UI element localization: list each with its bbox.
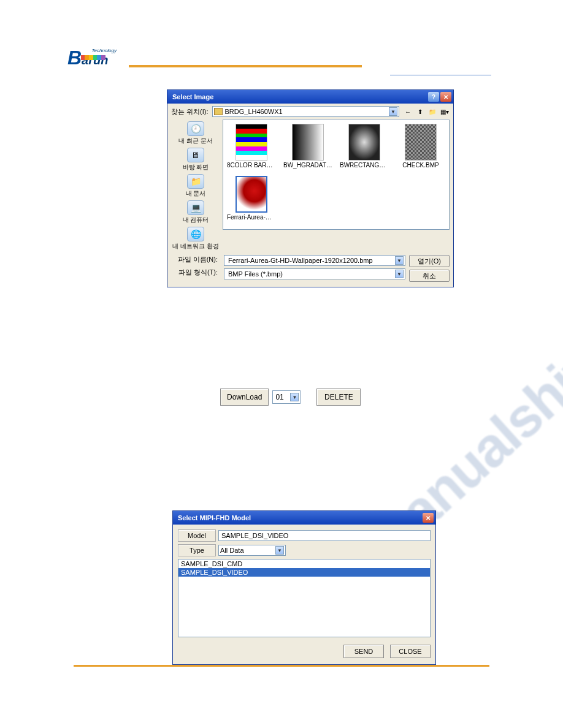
recent-documents-icon: 🕘 <box>187 121 204 136</box>
header-blue-line <box>390 75 491 75</box>
folder-combo[interactable]: BRDG_LH460WX1 ▼ <box>212 106 400 117</box>
close-button[interactable]: ✕ <box>423 513 434 523</box>
model-input[interactable]: SAMPLE_DSI_VIDEO <box>218 530 431 541</box>
file-item-ferrari[interactable]: Ferrari-Aurea-Gt-H... <box>227 176 276 221</box>
back-icon[interactable]: ← <box>403 107 413 116</box>
footer-orange-bar <box>74 665 489 667</box>
dialog1-body: 찾는 위치(I): BRDG_LH460WX1 ▼ ← ⬆ 📁 ▦▾ 🕘 내 최… <box>167 104 453 287</box>
file-name: BWRECTANGULAR GRADATION.BMP <box>340 162 389 169</box>
new-folder-icon[interactable]: 📁 <box>427 107 437 116</box>
file-item-hgrad[interactable]: BW_HGRADATION... <box>283 124 332 169</box>
dialog1-title: Select Image <box>172 93 427 100</box>
barun-logo: Technology Barun <box>67 48 117 72</box>
type-row: Type All Data ▼ <box>178 544 431 556</box>
file-thumb <box>236 124 267 161</box>
chevron-down-icon[interactable]: ▼ <box>395 270 404 278</box>
select-model-dialog: Select MIPI-FHD Model ✕ Model SAMPLE_DSI… <box>172 510 436 665</box>
look-in-label: 찾는 위치(I): <box>171 107 209 116</box>
chevron-down-icon[interactable]: ▼ <box>290 393 299 401</box>
sidebar-item-network[interactable]: 🌐 내 네트워크 환경 <box>172 226 220 251</box>
sidebar-item-desktop[interactable]: 🖥 바탕 화면 <box>182 147 210 172</box>
folder-name: BRDG_LH460WX1 <box>225 108 387 115</box>
file-item-rectgrad[interactable]: BWRECTANGULAR GRADATION.BMP <box>340 124 389 169</box>
chevron-down-icon[interactable]: ▼ <box>389 107 397 116</box>
network-places-icon: 🌐 <box>187 227 204 241</box>
sidebar-label-documents: 내 문서 <box>186 189 206 198</box>
file-thumb <box>292 124 324 161</box>
desktop-icon: 🖥 <box>187 148 204 162</box>
folder-icon <box>214 108 223 115</box>
model-listbox[interactable]: SAMPLE_DSI_CMD SAMPLE_DSI_VIDEO <box>178 559 431 637</box>
list-item[interactable]: SAMPLE_DSI_CMD <box>178 559 430 568</box>
sidebar-label-recent: 내 최근 문서 <box>178 137 213 145</box>
model-value: SAMPLE_DSI_VIDEO <box>221 532 288 539</box>
logo-b-letter: B <box>67 47 82 69</box>
view-menu-icon[interactable]: ▦▾ <box>440 107 450 116</box>
dialog2-title: Select MIPI-FHD Model <box>178 514 421 521</box>
file-thumb <box>405 124 437 161</box>
chevron-down-icon[interactable]: ▼ <box>275 546 284 555</box>
file-item-check[interactable]: CHECK.BMP <box>396 124 445 169</box>
select-image-dialog: Select Image ? ✕ 찾는 위치(I): BRDG_LH460WX1… <box>167 89 454 287</box>
type-label: Type <box>178 544 216 556</box>
dialog1-bottom: 파일 이름(N): 파일 형식(T): Ferrari-Aurea-Gt-HD-… <box>171 255 450 282</box>
look-in-row: 찾는 위치(I): BRDG_LH460WX1 ▼ ← ⬆ 📁 ▦▾ <box>171 106 450 117</box>
download-button[interactable]: DownLoad <box>220 389 269 406</box>
sidebar-item-computer[interactable]: 💻 내 컴퓨터 <box>182 200 210 225</box>
dialog1-titlebar[interactable]: Select Image ? ✕ <box>167 90 453 104</box>
file-name: 8COLOR BAR_H.BMP <box>227 162 276 169</box>
download-toolbar: DownLoad 01 ▼ DELETE <box>220 389 361 406</box>
chevron-down-icon[interactable]: ▼ <box>395 256 404 265</box>
places-sidebar: 🕘 내 최근 문서 🖥 바탕 화면 📁 내 문서 💻 내 컴퓨터 🌐 <box>171 119 220 252</box>
my-documents-icon: 📁 <box>187 174 204 189</box>
delete-button[interactable]: DELETE <box>316 389 361 406</box>
type-value: All Data <box>220 547 275 554</box>
model-row: Model SAMPLE_DSI_VIDEO <box>178 529 431 542</box>
model-label: Model <box>178 529 216 542</box>
file-name: CHECK.BMP <box>396 162 445 169</box>
file-list[interactable]: 8COLOR BAR_H.BMP BW_HGRADATION... BWRECT… <box>223 119 450 230</box>
list-item[interactable]: SAMPLE_DSI_VIDEO <box>178 568 430 577</box>
help-button[interactable]: ? <box>428 92 439 102</box>
type-combo[interactable]: All Data ▼ <box>218 545 286 556</box>
slot-value: 01 <box>274 393 290 401</box>
file-thumb <box>236 176 267 213</box>
sidebar-item-documents[interactable]: 📁 내 문서 <box>185 173 207 199</box>
filename-value: Ferrari-Aurea-Gt-HD-Wallpaper-1920x1200.… <box>226 257 395 264</box>
dialog2-body: Model SAMPLE_DSI_VIDEO Type All Data ▼ S… <box>173 525 435 664</box>
up-folder-icon[interactable]: ⬆ <box>415 107 425 116</box>
sidebar-label-computer: 내 컴퓨터 <box>183 216 209 224</box>
slot-combo[interactable]: 01 ▼ <box>272 390 301 404</box>
filetype-combo[interactable]: BMP Files (*.bmp) ▼ <box>224 268 405 279</box>
close-button[interactable]: ✕ <box>440 92 451 102</box>
file-name: Ferrari-Aurea-Gt-H... <box>227 214 276 221</box>
dialog2-titlebar[interactable]: Select MIPI-FHD Model ✕ <box>173 511 435 525</box>
send-button[interactable]: SEND <box>343 645 384 658</box>
close-button[interactable]: CLOSE <box>390 645 431 658</box>
filetype-label: 파일 형식(T): <box>178 268 218 277</box>
page-header: Technology Barun <box>67 48 496 72</box>
sidebar-item-recent[interactable]: 🕘 내 최근 문서 <box>178 121 213 146</box>
nav-icons: ← ⬆ 📁 ▦▾ <box>403 107 450 116</box>
logo-tech-text: Technology <box>91 48 117 53</box>
dialog1-main: 🕘 내 최근 문서 🖥 바탕 화면 📁 내 문서 💻 내 컴퓨터 🌐 <box>171 119 450 252</box>
open-button[interactable]: 열기(O) <box>409 255 450 267</box>
filename-combo[interactable]: Ferrari-Aurea-Gt-HD-Wallpaper-1920x1200.… <box>224 255 405 266</box>
my-computer-icon: 💻 <box>187 200 204 215</box>
header-orange-bar <box>129 65 362 67</box>
sidebar-label-network: 내 네트워크 환경 <box>172 242 219 251</box>
filetype-value: BMP Files (*.bmp) <box>226 270 395 278</box>
file-thumb <box>348 124 380 161</box>
logo-stripes <box>81 55 105 60</box>
filename-label: 파일 이름(N): <box>178 255 218 264</box>
cancel-button[interactable]: 취소 <box>409 270 450 282</box>
dialog2-buttons: SEND CLOSE <box>178 645 431 658</box>
sidebar-label-desktop: 바탕 화면 <box>183 163 209 172</box>
file-name: BW_HGRADATION... <box>283 162 332 169</box>
file-item-8color[interactable]: 8COLOR BAR_H.BMP <box>227 124 276 169</box>
